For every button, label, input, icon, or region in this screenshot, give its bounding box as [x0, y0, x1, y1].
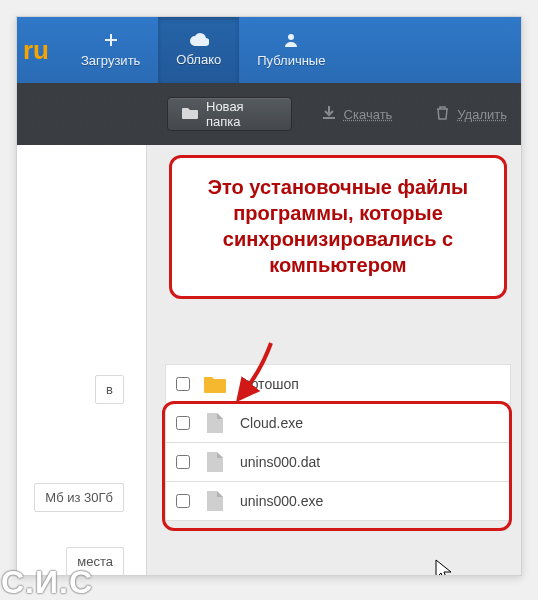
cursor-icon [435, 559, 453, 576]
file-name: Фотошоп [240, 376, 299, 392]
annotation-callout: Это установочные файлы программы, которы… [169, 155, 507, 299]
sidebar-fragment: в [95, 375, 124, 404]
download-label: Скачать [344, 107, 393, 122]
svg-point-0 [288, 34, 294, 40]
file-name: unins000.exe [240, 493, 323, 509]
file-icon [204, 452, 226, 472]
file-row[interactable]: Cloud.exe [165, 403, 511, 443]
nav-public[interactable]: Публичные [239, 17, 343, 83]
sidebar-fragment: места [66, 547, 124, 576]
new-folder-button[interactable]: Новая папка [167, 97, 292, 131]
row-checkbox[interactable] [176, 377, 190, 391]
file-list: Фотошоп Cloud.exe unins000.dat [165, 365, 511, 521]
sidebar-storage: Мб из 30Гб [34, 483, 124, 512]
delete-label: Удалить [457, 107, 507, 122]
file-name: Cloud.exe [240, 415, 303, 431]
content-area: в Мб из 30Гб места Фотошоп Cloud.exe [17, 145, 521, 575]
person-icon [283, 32, 299, 48]
cloud-icon [189, 33, 209, 47]
file-row[interactable]: unins000.dat [165, 442, 511, 482]
logo-text: ru [23, 35, 49, 66]
nav-upload[interactable]: Загрузить [63, 17, 158, 83]
top-nav: ru Загрузить Облако Публичные [17, 17, 521, 83]
folder-icon [182, 107, 198, 122]
trash-icon [436, 106, 449, 123]
download-icon [322, 106, 336, 123]
folder-icon [204, 376, 226, 393]
nav-cloud-label: Облако [176, 52, 221, 67]
site-logo: ru [21, 17, 63, 83]
new-folder-label: Новая папка [206, 99, 277, 129]
sidebar: в Мб из 30Гб места [17, 145, 147, 575]
nav-public-label: Публичные [257, 53, 325, 68]
nav-cloud[interactable]: Облако [158, 17, 239, 83]
annotation-text: Это установочные файлы программы, которы… [186, 174, 490, 278]
delete-button[interactable]: Удалить [422, 97, 521, 131]
download-button[interactable]: Скачать [308, 97, 407, 131]
row-checkbox[interactable] [176, 494, 190, 508]
toolbar: Новая папка Скачать Удалить [17, 83, 521, 145]
row-checkbox[interactable] [176, 416, 190, 430]
row-checkbox[interactable] [176, 455, 190, 469]
file-icon [204, 491, 226, 511]
file-row[interactable]: unins000.exe [165, 481, 511, 521]
plus-icon [103, 32, 119, 48]
folder-row[interactable]: Фотошоп [165, 364, 511, 404]
file-name: unins000.dat [240, 454, 320, 470]
nav-upload-label: Загрузить [81, 53, 140, 68]
file-icon [204, 413, 226, 433]
